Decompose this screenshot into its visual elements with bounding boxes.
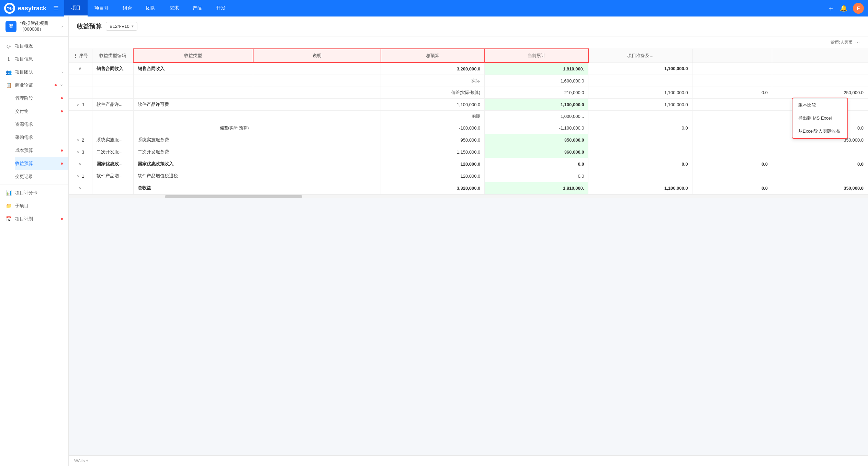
row-expand[interactable]: ∨ 1 [69,99,92,111]
row-total: 3,200,000.0 [381,63,485,75]
row-current: 0.0 [485,170,588,182]
nav-item-requirement[interactable]: 需求 [162,0,186,16]
sidebar-item-delivery[interactable]: 交付物 [15,105,68,118]
row-diff-prepare: -1,100,000.0 [588,87,692,99]
sidebar-item-stage[interactable]: 管理阶段 [15,92,68,105]
team-arrow-icon: › [61,70,63,74]
context-menu-item-export[interactable]: 导出到 MS Excel [793,112,847,125]
add-button[interactable]: ＋ [827,4,834,13]
row-expand[interactable]: > 1 [69,170,92,182]
sidebar-project[interactable]: 智 *数据智能项目（000088） › [0,16,68,37]
context-menu-item-import[interactable]: 从Excel导入实际收益 [793,125,847,138]
sidebar-item-info[interactable]: ℹ 项目信息 [0,53,68,66]
more-options-icon[interactable]: ··· [855,39,860,45]
row-expand[interactable]: > [69,182,92,194]
row-desc [253,99,381,111]
sidebar-item-purchase[interactable]: 采购需求 [15,131,68,144]
avatar[interactable]: F [853,3,864,14]
sidebar-expand-icon[interactable]: › [61,24,63,29]
nav-menu: 项目 项目群 组合 团队 需求 产品 开发 [64,0,827,16]
version-chevron-icon: ▾ [132,24,134,29]
row-expand[interactable]: > 3 [69,146,92,158]
row-current: 1,810,000. [485,63,588,75]
cost-dot [61,149,63,152]
notification-bell-icon[interactable]: 🔔 [840,4,847,12]
row-col7: 0.0 [692,87,772,99]
th-seq: ⋮ 序号 [69,49,92,63]
row-col7 [692,99,772,111]
drag-icon: ⋮ [73,53,78,58]
row-current: 350,000.0 [485,134,588,146]
row-diff-current: -210,000.0 [485,87,588,99]
nav-item-project[interactable]: 项目 [64,0,88,16]
context-menu-item-compare[interactable]: 版本比较 [793,99,847,112]
row-col7 [692,146,772,158]
sidebar-item-plan[interactable]: 📅 项目计划 [0,212,68,225]
nav-item-dev[interactable]: 开发 [209,0,233,16]
nav-item-team[interactable]: 团队 [139,0,162,16]
row-prepare [588,134,692,146]
sidebar-submenu: 管理阶段 交付物 资源需求 采购需求 成本预算 收益预 [0,92,68,183]
row-desc [253,75,381,87]
row-expand [69,87,92,99]
plan-icon: 📅 [5,216,12,222]
row-type: 系统实施服务费 [133,134,253,146]
app-logo[interactable]: easytrack [4,3,46,14]
table-row: > 国家优惠政... 国家优惠政策收入 120,000.0 0.0 0.0 0.… [69,158,868,170]
sidebar-item-change[interactable]: 变更记录 [15,170,68,183]
main-layout: 智 *数据智能项目（000088） › ◎ 项目概况 ℹ 项目信息 👥 项目团队… [0,16,868,466]
row-col7 [692,63,772,75]
sidebar-item-revenue[interactable]: 收益预算 [15,157,68,170]
revenue-table: ⋮ 序号 收益类型编码 收益类型 说明 总预算 当前累计 项目准备及... [69,48,868,194]
currency-bar: 货币:人民币 ··· [69,36,868,48]
hamburger-icon[interactable]: ☰ [53,4,59,12]
nav-item-product[interactable]: 产品 [186,0,209,16]
sidebar-item-cost[interactable]: 成本预算 [15,144,68,157]
row-code [92,111,133,122]
row-col7: 0.0 [692,182,772,194]
page-header: 收益预算 BL24-V10 ▾ [69,16,868,36]
nav-item-program[interactable]: 项目群 [88,0,116,16]
project-name: *数据智能项目（000088） [20,21,58,32]
row-expand[interactable]: > [69,158,92,170]
row-diff-label: 偏差(实际-预算) [133,122,253,134]
project-icon: 智 [5,21,16,32]
sidebar-item-team[interactable]: 👥 项目团队 › [0,66,68,79]
nav-item-portfolio[interactable]: 组合 [116,0,139,16]
row-desc [253,170,381,182]
row-expand[interactable]: > 2 [69,134,92,146]
row-prepare: 1,100,000.0 [588,99,692,111]
row-col8 [772,170,868,182]
row-code [92,182,133,194]
row-code: 销售合同收入 [92,63,133,75]
horizontal-scrollbar[interactable] [69,194,868,198]
version-selector[interactable]: BL24-V10 ▾ [106,22,137,31]
bottom-text: WAits + [74,458,88,463]
scorecard-icon: 📊 [5,190,12,196]
sidebar-item-resource[interactable]: 资源需求 [15,118,68,131]
row-diff-current: -1,100,000.0 [485,122,588,134]
scrollbar-thumb[interactable] [165,195,302,198]
table-row: > 3 二次开发服... 二次开发服务费 1,150,000.0 360,000… [69,146,868,158]
sidebar-item-overview[interactable]: ◎ 项目概况 [0,40,68,53]
sidebar-item-business[interactable]: 📋 商业论证 ∨ [0,79,68,92]
table-area[interactable]: 货币:人民币 ··· 版本比较 导出到 MS Excel 从Excel导入实际收… [69,36,868,455]
row-expand[interactable]: ∨ [69,63,92,75]
row-desc [253,122,381,134]
row-type [133,87,253,99]
row-label: 实际 [381,75,485,87]
row-col7 [692,75,772,87]
content-area: 收益预算 BL24-V10 ▾ 货币:人民币 ··· 版本比较 导出到 MS E… [69,16,868,466]
row-desc [253,158,381,170]
sidebar-item-scorecard[interactable]: 📊 项目计分卡 [0,186,68,199]
version-label: BL24-V10 [110,24,129,29]
row-type: 二次开发服务费 [133,146,253,158]
th-current: 当前累计 [485,49,588,63]
revenue-dot [61,163,63,165]
stage-dot [61,97,63,99]
sidebar-item-subproject[interactable]: 📁 子项目 [0,199,68,212]
row-type: 总收益 [133,182,253,194]
row-type: 销售合同收入 [133,63,253,75]
nav-right-actions: ＋ 🔔 F [827,3,864,14]
row-code [92,122,133,134]
